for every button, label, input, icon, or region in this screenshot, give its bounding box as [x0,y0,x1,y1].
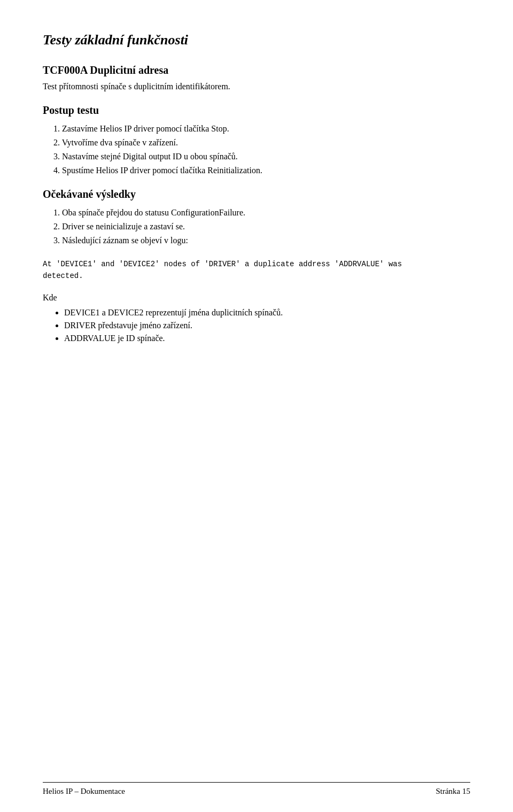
footer: Helios IP – Dokumentace Stránka 15 [43,782,470,796]
page-container: Testy základní funkčnosti TCF000A Duplic… [0,0,513,812]
ocekavane-vysledky-block: Očekávané výsledky Oba spínače přejdou d… [43,188,470,245]
bullet-item-2: DRIVER představuje jméno zařízení. [64,321,470,330]
main-title: Testy základní funkčnosti [43,32,470,48]
bullet-list: DEVICE1 a DEVICE2 reprezentují jména dup… [43,308,470,343]
vysledky-step-3: Následující záznam se objeví v logu: [53,236,470,245]
postup-testu-block: Postup testu Zastavíme Helios IP driver … [43,104,470,175]
vysledky-step-2: Driver se neinicializuje a zastaví se. [53,222,470,231]
vysledky-step-1: Oba spínače přejdou do statusu Configura… [53,208,470,218]
test-id-title: TCF000A Duplicitní adresa [43,64,470,76]
postup-testu-list: Zastavíme Helios IP driver pomocí tlačít… [53,124,470,175]
postup-testu-heading: Postup testu [43,104,470,117]
postup-step-2: Vytvoříme dva spínače v zařízení. [53,138,470,148]
footer-left: Helios IP – Dokumentace [43,787,125,796]
postup-step-3: Nastavíme stejné Digital output ID u obo… [53,152,470,161]
postup-step-1: Zastavíme Helios IP driver pomocí tlačít… [53,124,470,134]
bullet-item-3: ADDRVALUE je ID spínače. [64,334,470,343]
test-description: Test přítomnosti spínače s duplicitním i… [43,82,470,91]
ocekavane-vysledky-list: Oba spínače přejdou do statusu Configura… [53,208,470,245]
code-block: At 'DEVICE1' and 'DEVICE2' nodes of 'DRI… [43,258,470,282]
kde-label: Kde [43,293,470,303]
bullet-item-1: DEVICE1 a DEVICE2 reprezentují jména dup… [64,308,470,318]
postup-step-4: Spustíme Helios IP driver pomocí tlačítk… [53,166,470,175]
footer-right: Stránka 15 [436,787,470,796]
ocekavane-vysledky-heading: Očekávané výsledky [43,188,470,200]
code-line-2: detected. [43,272,83,280]
test-id-block: TCF000A Duplicitní adresa Test přítomnos… [43,64,470,91]
code-line-1: At 'DEVICE1' and 'DEVICE2' nodes of 'DRI… [43,260,402,268]
